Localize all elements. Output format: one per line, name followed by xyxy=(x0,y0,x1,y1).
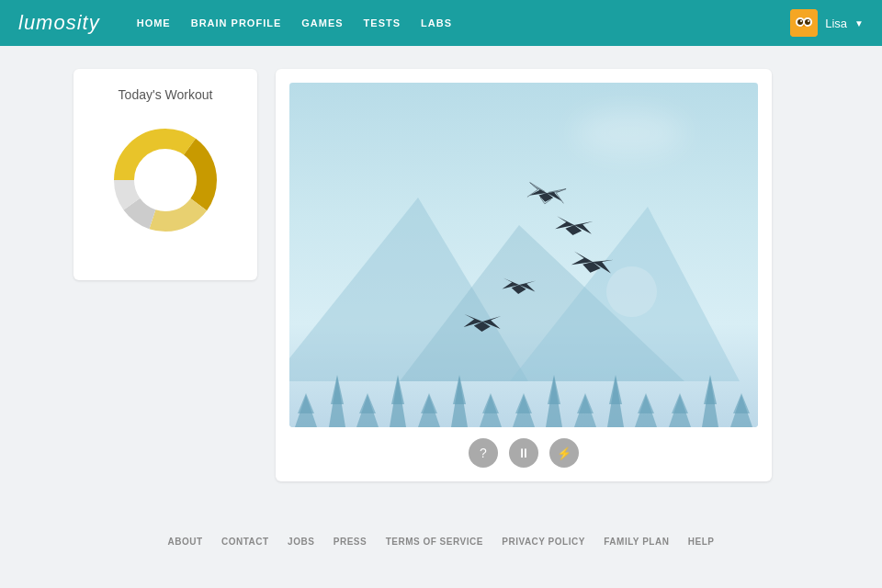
svg-point-15 xyxy=(140,154,191,206)
tree-5 xyxy=(418,395,440,427)
footer-help[interactable]: HELP xyxy=(688,537,715,547)
game-viewport[interactable]: TIME 0:10 SCORE 3000 ×5 xyxy=(289,83,758,427)
footer-contact[interactable]: CONTACT xyxy=(221,537,269,547)
svg-point-4 xyxy=(805,19,810,25)
pause-icon: ⏸ xyxy=(517,446,530,460)
main-nav: HOME BRAIN PROFILE GAMES TESTS LABS xyxy=(137,17,452,28)
tree-4 xyxy=(390,377,406,427)
workout-title: Today's Workout xyxy=(119,87,213,102)
birds-flock xyxy=(436,175,639,358)
tree-15 xyxy=(730,395,752,427)
tree-1 xyxy=(295,395,317,427)
nav-games[interactable]: GAMES xyxy=(301,17,343,28)
svg-point-5 xyxy=(800,20,802,22)
nav-home[interactable]: HOME xyxy=(137,17,171,28)
footer-press[interactable]: PRESS xyxy=(334,537,367,547)
donut-chart xyxy=(106,120,225,240)
tree-14 xyxy=(702,377,718,427)
footer-jobs[interactable]: JOBS xyxy=(288,537,314,547)
main-content: Today's Workout xyxy=(0,46,882,504)
pause-button[interactable]: ⏸ xyxy=(509,438,538,468)
tree-6 xyxy=(451,377,468,427)
svg-point-6 xyxy=(808,20,809,22)
nav-tests[interactable]: TESTS xyxy=(364,17,401,28)
tree-9 xyxy=(546,377,562,427)
footer-about[interactable]: ABOUT xyxy=(168,537,203,547)
game-controls: ? ⏸ ⚡ xyxy=(469,438,579,468)
avatar xyxy=(790,9,818,37)
game-card: TIME 0:10 SCORE 3000 ×5 xyxy=(276,69,772,481)
svg-point-3 xyxy=(797,19,803,25)
tree-13 xyxy=(669,395,691,427)
workout-card: Today's Workout xyxy=(74,69,257,280)
footer-privacy[interactable]: PRIVACY POLICY xyxy=(502,537,585,547)
footer-tos[interactable]: TERMS OF SERVICE xyxy=(386,537,483,547)
nav-brain-profile[interactable]: BRAIN PROFILE xyxy=(191,17,282,28)
footer-family[interactable]: FAMILY PLAN xyxy=(604,537,669,547)
tree-7 xyxy=(480,395,502,427)
user-menu[interactable]: Lisa ▼ xyxy=(790,9,864,37)
help-icon: ? xyxy=(480,446,487,460)
footer: ABOUT CONTACT JOBS PRESS TERMS OF SERVIC… xyxy=(0,514,882,567)
cloud-haze xyxy=(574,110,684,156)
tree-2 xyxy=(329,377,345,427)
tree-3 xyxy=(356,395,379,427)
tree-12 xyxy=(635,395,657,427)
boost-icon: ⚡ xyxy=(557,447,571,460)
tree-11 xyxy=(607,377,624,427)
user-name: Lisa xyxy=(825,17,847,30)
boost-button[interactable]: ⚡ xyxy=(549,438,579,468)
dropdown-arrow-icon: ▼ xyxy=(854,18,864,28)
logo: lumosity xyxy=(18,11,100,35)
help-button[interactable]: ? xyxy=(469,438,498,468)
tree-10 xyxy=(574,395,596,427)
trees xyxy=(289,363,758,427)
header: lumosity HOME BRAIN PROFILE GAMES TESTS … xyxy=(0,0,882,46)
nav-labs[interactable]: LABS xyxy=(421,17,452,28)
tree-8 xyxy=(513,395,535,427)
